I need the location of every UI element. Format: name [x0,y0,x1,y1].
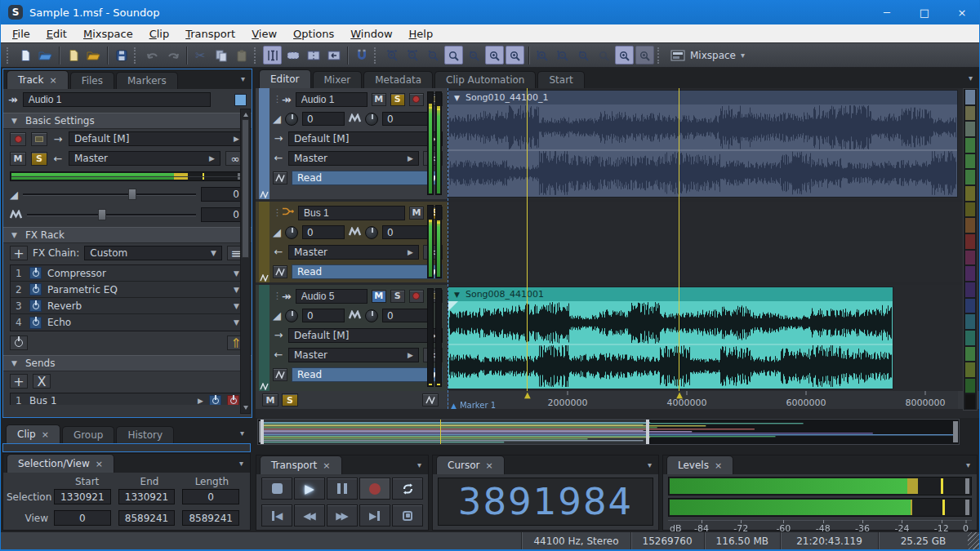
toolbar-grip[interactable] [7,47,12,64]
volume-value[interactable]: 0 [302,112,345,126]
automation-button[interactable] [273,368,287,381]
record-arm-button[interactable] [409,290,424,303]
navigator-right-cap[interactable] [953,421,958,442]
volume-slider[interactable] [23,188,196,201]
fx-power-button[interactable] [29,300,42,312]
volume-value[interactable]: 0 [201,187,245,202]
mixspace-selector[interactable]: Mixspace ▾ [670,50,745,61]
volume-knob[interactable] [285,113,298,126]
zoom-in-vertical-icon[interactable] [533,46,552,64]
fx-item-reverb[interactable]: 3 Reverb ▼ [11,298,244,314]
record-arm-button[interactable] [10,132,26,146]
view-end-field[interactable]: 8589241 [118,510,176,526]
output-device-combo[interactable]: Default [M] ▶ [69,131,245,146]
chevron-down-icon[interactable]: ▼ [234,269,239,278]
chevron-down-icon[interactable]: ▼ [234,318,239,327]
menu-transport[interactable]: Transport [177,27,243,41]
record-arm-button[interactable] [409,93,424,106]
zoom-in-boxed-dim-icon[interactable] [635,46,654,64]
time-selection-tool-icon[interactable] [263,46,282,64]
zoom-out-left-icon[interactable] [424,46,443,64]
send-prepost-button[interactable] [227,395,239,406]
mute-button[interactable]: M [10,152,26,166]
add-fx-button[interactable]: + [10,246,28,260]
menu-mixspace[interactable]: Mixspace [75,27,141,41]
panel-menu-icon[interactable]: ▾ [239,459,243,468]
pan-knob[interactable] [365,226,378,239]
selection-line[interactable] [527,88,528,391]
toolbar-grip[interactable] [254,47,260,64]
zoom-out-vertical-icon[interactable] [554,46,572,64]
menu-clip[interactable]: Clip [141,27,178,41]
input-bus-combo[interactable]: Master▶ [288,348,419,362]
panel-menu-icon[interactable]: ▾ [241,74,245,83]
close-icon[interactable]: × [715,460,722,471]
menu-help[interactable]: Help [401,27,442,41]
input-monitor-button[interactable] [31,132,47,146]
clip-song010[interactable]: ▼ Song010_44100_1 [448,90,958,198]
zoom-in-boxed-2-icon[interactable] [506,46,524,64]
panel-menu-icon[interactable]: ▾ [240,429,244,438]
rewind-button[interactable]: ◀◀ [294,504,325,527]
range-selection-tool-icon[interactable] [283,46,302,64]
chevron-down-icon[interactable]: ▼ [234,302,239,310]
back-arrow-tool-icon[interactable] [324,46,343,64]
fx-item-parametric-eq[interactable]: 2 Parametric EQ ▼ [11,282,244,298]
play-selection-button[interactable] [392,504,423,527]
resize-grip[interactable] [968,532,980,549]
selection-start-field[interactable]: 1330921 [54,489,111,504]
copy-icon[interactable] [212,46,230,64]
mute-button[interactable]: M [409,207,424,220]
open-project-icon[interactable] [84,46,103,64]
go-to-end-button[interactable]: ▶ [359,504,390,527]
solo-button[interactable]: S [31,152,47,166]
pan-value[interactable]: 0 [382,225,430,239]
clip-waveform[interactable] [448,301,893,388]
inspector-scrollbar[interactable] [240,109,251,414]
master-solo-button[interactable]: S [282,393,298,407]
automation-mode-combo[interactable]: Read▼ [292,171,443,185]
drag-handle-icon[interactable]: ⋮ [273,96,278,104]
input-bus-combo[interactable]: Master ▶ [69,151,220,166]
tab-transport[interactable]: Transport × [260,455,342,474]
clip-song008[interactable]: ▼ Song008_441001 [448,287,893,389]
timeline-navigator[interactable] [257,419,960,445]
add-send-button[interactable]: + [10,374,28,389]
scroll-up-icon[interactable] [243,113,248,117]
tab-metadata[interactable]: Metadata [363,71,433,88]
menu-view[interactable]: View [243,27,285,41]
tab-start[interactable]: Start [537,71,584,88]
play-button[interactable]: ▶ [294,478,325,500]
track-color-strip[interactable] [259,285,270,391]
track-name-input[interactable] [23,92,211,107]
menu-options[interactable]: Options [285,27,342,41]
record-button[interactable] [359,478,390,500]
save-icon[interactable] [112,46,131,64]
fx-rack-power-button[interactable] [10,335,28,350]
pan-value[interactable]: 0 [382,112,430,126]
toolbar-grip[interactable] [657,47,663,64]
view-length-field[interactable]: 8589241 [182,510,239,526]
tab-files[interactable]: Files [70,72,114,89]
close-icon[interactable]: × [96,459,103,469]
input-bus-combo[interactable]: Master▶ [288,151,419,166]
tab-levels[interactable]: Levels × [666,455,733,474]
close-icon[interactable]: × [49,75,56,86]
tab-group[interactable]: Group [62,426,115,443]
panel-menu-icon[interactable]: ▾ [966,460,970,469]
zoom-out-horizontal-icon[interactable] [403,46,422,64]
track-overview-strip[interactable] [963,88,978,411]
panel-menu-icon[interactable]: ▾ [417,460,421,469]
loop-button[interactable] [392,478,423,500]
pan-knob[interactable] [365,113,378,126]
menu-edit[interactable]: Edit [38,27,75,41]
cursor-handle-icon[interactable]: ▲ [676,390,683,399]
panel-menu-icon[interactable]: ▾ [648,460,652,469]
marker-flag[interactable]: ▲ Marker 1 [451,401,496,410]
volume-value[interactable]: 0 [302,225,345,239]
fx-power-button[interactable] [29,267,42,279]
pan-value[interactable]: 0 [382,309,430,322]
chevron-down-icon[interactable]: ▼ [234,286,239,294]
collapse-icon[interactable]: ▼ [454,291,460,299]
sends-header[interactable]: ▼ Sends [3,355,252,371]
